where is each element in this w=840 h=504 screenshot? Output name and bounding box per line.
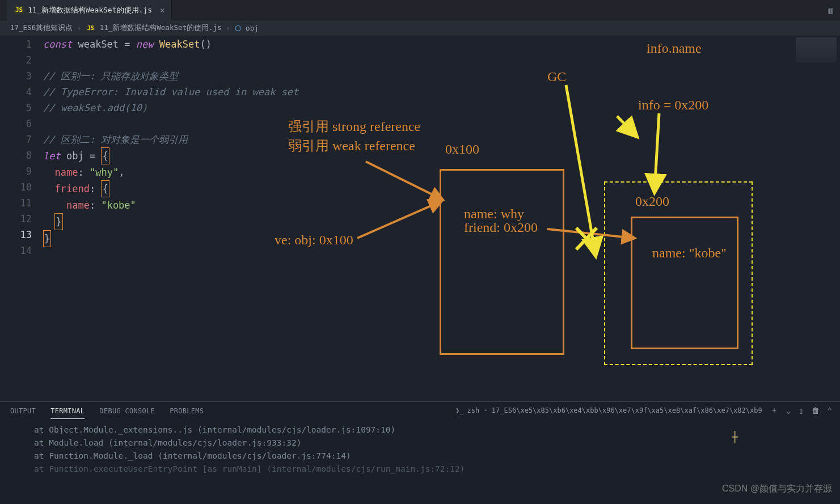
kill-terminal-icon[interactable]: 🗑 [812, 406, 820, 415]
line-number: 1 [0, 36, 32, 52]
terminal-line: at Function.executeUserEntryPoint [as ru… [34, 463, 830, 476]
js-file-icon: JS [86, 25, 95, 31]
terminal-output[interactable]: at Object.Module._extensions..js (intern… [0, 420, 840, 481]
anno-weak-reference: 弱引用 weak reference [288, 137, 415, 155]
watermark: CSDN @颜值与实力并存源 [722, 483, 832, 495]
panel-tab-debug-console[interactable]: DEBUG CONSOLE [99, 404, 155, 418]
terminal-shell-label[interactable]: ❯_ zsh - 17_ES6\xe5\x85\xb6\xe4\xbb\x96\… [455, 406, 762, 414]
line-number: 13 [0, 227, 32, 243]
panel-tab-problems[interactable]: PROBLEMS [170, 404, 204, 418]
code-line[interactable]: // weakSet.add(10) [43, 100, 840, 116]
code-line[interactable]: // TypeError: Invalid value used in weak… [43, 84, 840, 100]
terminal-shell-text: zsh - 17_ES6\xe5\x85\xb6\xe4\xbb\x96\xe7… [467, 406, 762, 414]
line-number: 7 [0, 132, 32, 147]
split-terminal-icon[interactable]: ▯ [799, 406, 803, 415]
terminal-line: at Function.Module._load (internal/modul… [34, 450, 830, 463]
close-tab-icon[interactable]: × [160, 6, 164, 15]
code-line[interactable]: // 区别一: 只能存放对象类型 [43, 68, 840, 84]
code-line[interactable]: const weakSet = new WeakSet() [43, 36, 840, 52]
breadcrumb: 17_ES6其他知识点 › JS 11_新增数据结构WeakSet的使用.js … [0, 20, 840, 36]
line-number: 5 [0, 100, 32, 116]
code-line[interactable] [43, 52, 840, 68]
anno-gc: GC [547, 69, 566, 84]
code-line[interactable] [43, 116, 840, 132]
panel-tab-output[interactable]: OUTPUT [10, 404, 36, 418]
new-terminal-icon[interactable]: ＋ [770, 405, 778, 416]
crosshair-cursor-icon: ┼ [732, 431, 738, 443]
line-number: 6 [0, 116, 32, 132]
chevron-right-icon: › [226, 24, 231, 32]
line-number: 8 [0, 147, 32, 163]
chevron-up-icon[interactable]: ⌃ [828, 406, 832, 415]
tab-bar: JS 11_新增数据结构WeakSet的使用.js × ▥ [0, 0, 840, 20]
breadcrumb-folder[interactable]: 17_ES6其他知识点 [10, 23, 73, 33]
line-number: 9 [0, 163, 32, 179]
heap-box-0x100 [440, 169, 564, 355]
line-number: 11 [0, 195, 32, 211]
code-line[interactable]: let obj = { [43, 147, 840, 164]
file-tab[interactable]: JS 11_新增数据结构WeakSet的使用.js × [7, 0, 172, 20]
breadcrumb-symbol[interactable]: obj [246, 24, 259, 32]
line-number-gutter: 1234567891011121314 [0, 36, 43, 401]
panel-tab-terminal[interactable]: TERMINAL [50, 404, 85, 419]
toggle-layout-icon[interactable]: ▥ [829, 6, 833, 15]
anno-ve-obj: ve: obj: 0x100 [275, 232, 353, 248]
tab-title: 11_新增数据结构WeakSet的使用.js [28, 5, 152, 15]
line-number: 2 [0, 52, 32, 68]
heap-box-0x200 [631, 217, 738, 349]
line-number: 4 [0, 84, 32, 100]
anno-info-name: info.name [647, 41, 702, 56]
terminal-line: at Module.load (internal/modules/cjs/loa… [34, 437, 830, 450]
symbol-object-icon: ⬡ [235, 24, 241, 32]
line-number: 10 [0, 179, 32, 195]
line-number: 12 [0, 211, 32, 227]
code-line[interactable]: // 区别二: 对对象是一个弱引用 [43, 132, 840, 147]
breadcrumb-file[interactable]: 11_新增数据结构WeakSet的使用.js [100, 23, 222, 33]
terminal-line: at Object.Module._extensions..js (intern… [34, 423, 830, 437]
terminal-shell-icon: ❯_ [455, 406, 463, 414]
js-file-icon: JS [14, 6, 24, 14]
anno-info-eq: info = 0x200 [638, 98, 708, 113]
panel-toolbar: ❯_ zsh - 17_ES6\xe5\x85\xb6\xe4\xbb\x96\… [455, 405, 832, 416]
bottom-panel: OUTPUT TERMINAL DEBUG CONSOLE PROBLEMS ❯… [0, 401, 840, 504]
anno-addr-0x100: 0x100 [445, 142, 479, 157]
anno-strong-reference: 强引用 strong reference [288, 117, 420, 135]
chevron-right-icon: › [77, 24, 82, 32]
line-number: 14 [0, 243, 32, 259]
minimap[interactable] [796, 37, 837, 62]
line-number: 3 [0, 68, 32, 84]
chevron-down-icon[interactable]: ⌄ [786, 406, 791, 415]
